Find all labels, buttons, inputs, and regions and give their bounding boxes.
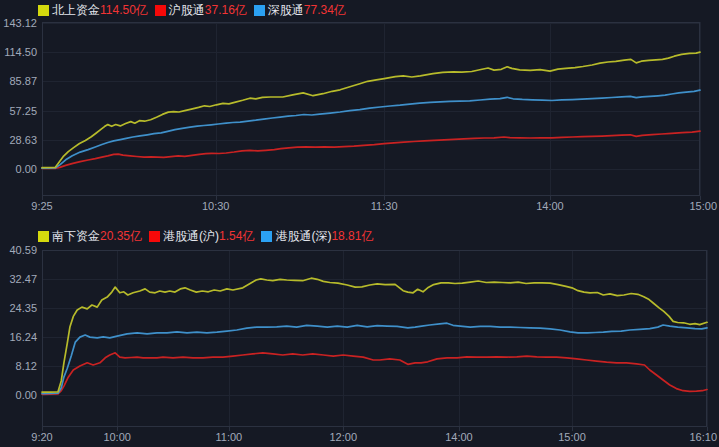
legend-marker-icon bbox=[149, 231, 160, 242]
northbound-funds-chart: 北上资金114.50亿沪股通37.16亿深股通77.34亿 143.12114.… bbox=[0, 0, 719, 222]
legend-label: 沪股通 bbox=[169, 2, 205, 19]
capital-flow-panel: 北上资金114.50亿沪股通37.16亿深股通77.34亿 143.12114.… bbox=[0, 0, 719, 447]
y-tick-label: 32.47 bbox=[0, 272, 37, 286]
y-tick-label: 85.87 bbox=[0, 74, 37, 88]
legend-label: 深股通 bbox=[268, 2, 304, 19]
legend-value: 37.16亿 bbox=[205, 2, 247, 19]
legend-marker-icon bbox=[261, 231, 272, 242]
legend-item: 沪股通37.16亿 bbox=[155, 2, 247, 19]
northbound-plot-area[interactable] bbox=[0, 0, 719, 222]
legend-marker-icon bbox=[38, 231, 49, 242]
legend-label: 港股通(沪) bbox=[163, 228, 219, 245]
y-tick-label: 114.50 bbox=[0, 45, 37, 59]
southbound-funds-chart: 南下资金20.35亿港股通(沪)1.54亿港股通(深)18.81亿 40.593… bbox=[0, 222, 719, 447]
legend-item: 港股通(沪)1.54亿 bbox=[149, 228, 254, 245]
x-tick-label: 14:00 bbox=[435, 431, 483, 444]
x-tick-label: 10:30 bbox=[192, 200, 240, 213]
legend-marker-icon bbox=[155, 5, 166, 16]
legend-marker-icon bbox=[38, 5, 49, 16]
northbound-legend: 北上资金114.50亿沪股通37.16亿深股通77.34亿 bbox=[38, 3, 353, 17]
legend-item: 深股通77.34亿 bbox=[254, 2, 346, 19]
x-tick-label: 11:30 bbox=[360, 200, 408, 213]
legend-item: 北上资金114.50亿 bbox=[38, 2, 148, 19]
x-tick-label: 9:25 bbox=[18, 200, 66, 213]
legend-value: 20.35亿 bbox=[100, 228, 142, 245]
series-line-南下资金 bbox=[42, 278, 707, 392]
southbound-legend: 南下资金20.35亿港股通(沪)1.54亿港股通(深)18.81亿 bbox=[38, 229, 380, 243]
legend-marker-icon bbox=[254, 5, 265, 16]
series-line-北上资金 bbox=[42, 52, 700, 168]
y-tick-label: 0.00 bbox=[0, 388, 37, 402]
legend-label: 南下资金 bbox=[52, 228, 100, 245]
legend-value: 1.54亿 bbox=[219, 228, 254, 245]
y-tick-label: 8.12 bbox=[0, 359, 37, 373]
legend-value: 77.34亿 bbox=[304, 2, 346, 19]
y-tick-label: 0.00 bbox=[0, 162, 37, 176]
x-tick-label: 15:00 bbox=[548, 431, 596, 444]
legend-label: 港股通(深) bbox=[275, 228, 331, 245]
legend-item: 港股通(深)18.81亿 bbox=[261, 228, 373, 245]
y-tick-label: 143.12 bbox=[0, 16, 37, 30]
y-tick-label: 28.63 bbox=[0, 133, 37, 147]
y-tick-label: 16.24 bbox=[0, 330, 37, 344]
x-tick-label: 15:00 bbox=[669, 200, 717, 213]
y-tick-label: 57.25 bbox=[0, 104, 37, 118]
legend-value: 114.50亿 bbox=[100, 2, 148, 19]
southbound-plot-area[interactable] bbox=[0, 222, 719, 447]
x-tick-label: 14:00 bbox=[526, 200, 574, 213]
x-tick-label: 12:00 bbox=[319, 431, 367, 444]
series-line-港股通(沪) bbox=[42, 353, 707, 395]
legend-item: 南下资金20.35亿 bbox=[38, 228, 142, 245]
series-line-沪股通 bbox=[42, 131, 700, 168]
x-tick-label: 9:20 bbox=[18, 431, 66, 444]
y-tick-label: 40.59 bbox=[0, 243, 37, 257]
x-tick-label: 16:10 bbox=[669, 431, 717, 444]
x-tick-label: 11:00 bbox=[205, 431, 253, 444]
y-tick-label: 24.35 bbox=[0, 301, 37, 315]
legend-label: 北上资金 bbox=[52, 2, 100, 19]
legend-value: 18.81亿 bbox=[331, 228, 373, 245]
x-tick-label: 10:00 bbox=[93, 431, 141, 444]
